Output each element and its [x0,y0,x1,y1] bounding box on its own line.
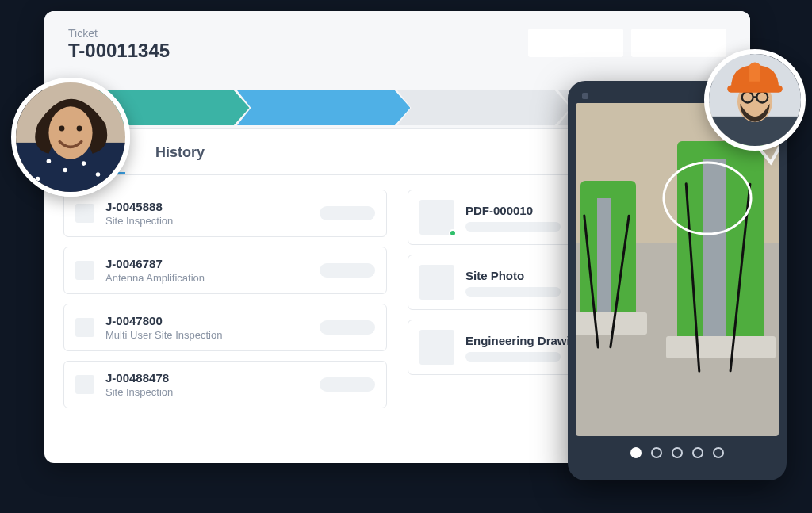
job-thumb-icon [75,375,94,394]
jobs-column: J-0045888 Site Inspection J-0046787 Ante… [63,190,387,408]
file-thumb-icon [419,200,454,235]
job-thumb-icon [75,261,94,280]
svg-point-7 [48,106,92,159]
page-dot[interactable] [630,447,642,458]
job-thumb-icon [75,318,94,337]
svg-rect-21 [727,85,783,92]
file-subtext [465,287,561,297]
job-status-badge [320,320,375,335]
job-status-badge [320,263,375,278]
file-subtext [465,352,561,362]
header-action-2[interactable] [631,29,726,57]
file-thumb-icon [419,265,454,300]
phone-page-dots [576,447,779,458]
svg-point-13 [96,172,101,177]
header-buttons [528,29,726,57]
job-card[interactable]: J-0047800 Multi User Site Inspection [63,304,387,351]
job-desc: Antenna Amplification [105,272,308,284]
page-dot[interactable] [713,447,724,458]
job-desc: Site Inspection [105,215,308,227]
svg-marker-2 [397,90,571,125]
job-card[interactable]: J-0046787 Antenna Amplification [63,247,387,294]
header-action-1[interactable] [528,29,623,57]
status-dot-icon [449,229,457,237]
ev-charger-photo [576,103,779,436]
svg-marker-1 [237,90,411,125]
page-dot[interactable] [651,447,662,458]
ticket-header: Ticket T-00011345 [44,11,750,86]
job-desc: Site Inspection [105,386,308,398]
phone-camera-icon [582,93,588,99]
job-status-badge [320,206,375,220]
svg-point-9 [77,126,82,132]
job-id: J-0045888 [105,200,308,213]
avatar-user-2 [704,49,806,151]
svg-point-14 [36,177,40,182]
job-card[interactable]: J-00488478 Site Inspection [63,361,387,408]
page-dot[interactable] [692,447,703,458]
job-status-badge [320,377,375,392]
file-thumb-icon [419,330,454,365]
phone-screen[interactable] [576,103,779,436]
job-id: J-0046787 [105,257,308,270]
file-subtext [465,222,561,232]
page-dot[interactable] [672,447,683,458]
job-desc: Multi User Site Inspection [105,329,308,341]
job-id: J-00488478 [105,371,308,385]
job-card[interactable]: J-0045888 Site Inspection [63,190,387,237]
progress-step-2[interactable] [237,90,411,125]
svg-point-8 [59,126,65,132]
progress-step-3[interactable] [397,90,571,125]
svg-point-10 [47,159,52,164]
job-thumb-icon [75,204,94,223]
svg-point-11 [63,168,67,173]
job-id: J-0047800 [105,314,308,327]
avatar-user-1 [11,78,130,197]
tab-history[interactable]: History [155,144,205,174]
svg-point-12 [82,161,86,166]
